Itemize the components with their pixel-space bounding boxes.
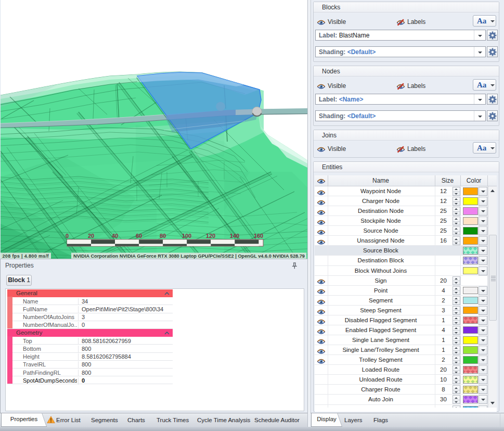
svg-text:0: 0 xyxy=(66,233,69,239)
svg-text:140: 140 xyxy=(230,233,239,239)
svg-text:208 fps | 4.800 ms/f: 208 fps | 4.800 ms/f xyxy=(3,253,49,259)
svg-text:160: 160 xyxy=(254,233,263,239)
svg-text:100: 100 xyxy=(182,233,191,239)
svg-text:80: 80 xyxy=(160,233,166,239)
svg-text:60: 60 xyxy=(136,233,142,239)
svg-text:NVIDIA Corporation NVIDIA GeFo: NVIDIA Corporation NVIDIA GeForce RTX 30… xyxy=(73,253,305,259)
svg-text:20: 20 xyxy=(88,233,94,239)
svg-text:120: 120 xyxy=(206,233,215,239)
svg-text:40: 40 xyxy=(112,233,118,239)
